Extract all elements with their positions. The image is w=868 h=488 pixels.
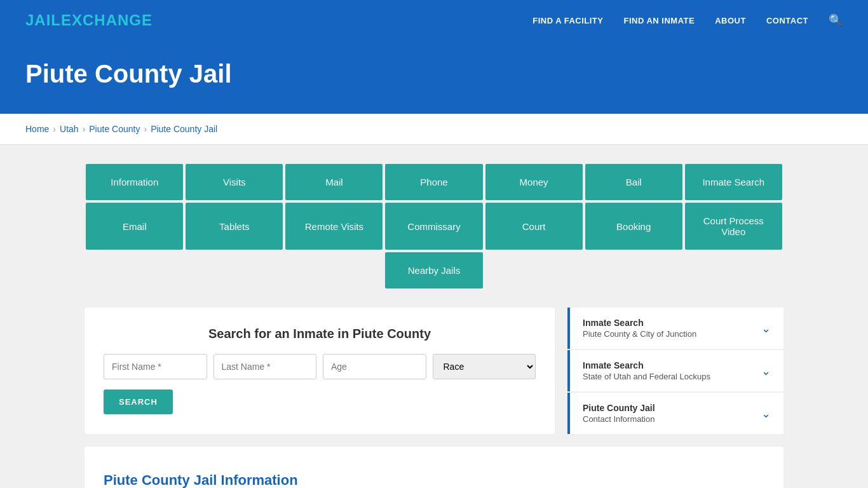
- search-icon[interactable]: 🔍: [829, 13, 843, 27]
- nav-contact[interactable]: CONTACT: [766, 16, 808, 25]
- btn-money[interactable]: Money: [485, 164, 583, 200]
- btn-remote-visits[interactable]: Remote Visits: [285, 203, 383, 250]
- chevron-down-icon-1: ⌄: [761, 364, 771, 378]
- btn-mail[interactable]: Mail: [285, 164, 383, 200]
- search-form-row: Race White Black Hispanic Asian Native A…: [104, 354, 536, 379]
- sidebar-item-0[interactable]: Inmate Search Piute County & City of Jun…: [567, 308, 783, 349]
- content-row: Search for an Inmate in Piute County Rac…: [85, 308, 783, 434]
- btn-commissary[interactable]: Commissary: [385, 203, 482, 250]
- age-input[interactable]: [323, 354, 426, 379]
- breadcrumb-sep-3: ›: [144, 124, 147, 134]
- inmate-search-section: Search for an Inmate in Piute County Rac…: [85, 308, 555, 434]
- row3-wrapper: Nearby Jails: [85, 252, 783, 288]
- sidebar-item-2-text: Piute County Jail Contact Information: [583, 403, 655, 424]
- btn-inmate-search[interactable]: Inmate Search: [685, 164, 782, 200]
- site-header: JAILEXCHANGE FIND A FACILITY FIND AN INM…: [0, 0, 868, 41]
- breadcrumb-piute-jail[interactable]: Piute County Jail: [151, 124, 217, 134]
- sidebar-item-1-text: Inmate Search State of Utah and Federal …: [583, 360, 710, 381]
- btn-phone[interactable]: Phone: [385, 164, 482, 200]
- btn-court[interactable]: Court: [485, 203, 583, 250]
- search-button[interactable]: SEARCH: [104, 390, 173, 414]
- site-logo[interactable]: JAILEXCHANGE: [25, 11, 153, 29]
- sidebar-item-0-text: Inmate Search Piute County & City of Jun…: [583, 318, 696, 339]
- breadcrumb-utah[interactable]: Utah: [60, 124, 79, 134]
- breadcrumb-piute-county[interactable]: Piute County: [89, 124, 140, 134]
- sidebar-item-1-title: Inmate Search: [583, 360, 710, 370]
- breadcrumb-bar: Home › Utah › Piute County › Piute Count…: [0, 114, 868, 145]
- main-content: Information Visits Mail Phone Money Bail…: [0, 145, 868, 488]
- race-select[interactable]: Race White Black Hispanic Asian Native A…: [433, 354, 536, 379]
- bottom-section: Piute County Jail Information: [85, 447, 783, 488]
- sidebar-item-0-title: Inmate Search: [583, 318, 696, 328]
- search-title: Search for an Inmate in Piute County: [104, 327, 536, 341]
- page-title: Piute County Jail: [25, 60, 843, 88]
- breadcrumb: Home › Utah › Piute County › Piute Count…: [25, 124, 843, 134]
- logo-exchange: EXCHANGE: [61, 11, 153, 29]
- sidebar-item-0-subtitle: Piute County & City of Junction: [583, 329, 696, 339]
- breadcrumb-home[interactable]: Home: [25, 124, 49, 134]
- chevron-down-icon-2: ⌄: [761, 407, 771, 421]
- btn-visits[interactable]: Visits: [186, 164, 283, 200]
- nav-find-facility[interactable]: FIND A FACILITY: [532, 16, 603, 25]
- last-name-input[interactable]: [214, 354, 317, 379]
- logo-jail: JAIL: [25, 11, 61, 29]
- breadcrumb-sep-2: ›: [83, 124, 86, 134]
- btn-tablets[interactable]: Tablets: [186, 203, 283, 250]
- btn-information[interactable]: Information: [86, 164, 183, 200]
- category-button-grid: Information Visits Mail Phone Money Bail…: [85, 164, 783, 288]
- btn-nearby-jails[interactable]: Nearby Jails: [385, 252, 482, 288]
- sidebar-item-2-subtitle: Contact Information: [583, 414, 655, 424]
- breadcrumb-sep-1: ›: [53, 124, 56, 134]
- btn-email[interactable]: Email: [86, 203, 183, 250]
- nav-about[interactable]: ABOUT: [715, 16, 746, 25]
- hero-section: Piute County Jail: [0, 41, 868, 114]
- btn-bail[interactable]: Bail: [585, 164, 682, 200]
- info-section: Piute County Jail Information: [85, 447, 783, 488]
- main-nav: FIND A FACILITY FIND AN INMATE ABOUT CON…: [532, 13, 843, 27]
- btn-court-process-video[interactable]: Court Process Video: [685, 203, 782, 250]
- btn-booking[interactable]: Booking: [585, 203, 682, 250]
- info-heading: Piute County Jail Information: [104, 459, 764, 488]
- sidebar-item-2[interactable]: Piute County Jail Contact Information ⌄: [567, 393, 783, 434]
- sidebar: Inmate Search Piute County & City of Jun…: [567, 308, 783, 434]
- sidebar-item-1-subtitle: State of Utah and Federal Lockups: [583, 372, 710, 381]
- chevron-down-icon-0: ⌄: [761, 322, 771, 336]
- nav-find-inmate[interactable]: FIND AN INMATE: [623, 16, 695, 25]
- sidebar-item-2-title: Piute County Jail: [583, 403, 655, 413]
- sidebar-item-1[interactable]: Inmate Search State of Utah and Federal …: [567, 350, 783, 391]
- first-name-input[interactable]: [104, 354, 207, 379]
